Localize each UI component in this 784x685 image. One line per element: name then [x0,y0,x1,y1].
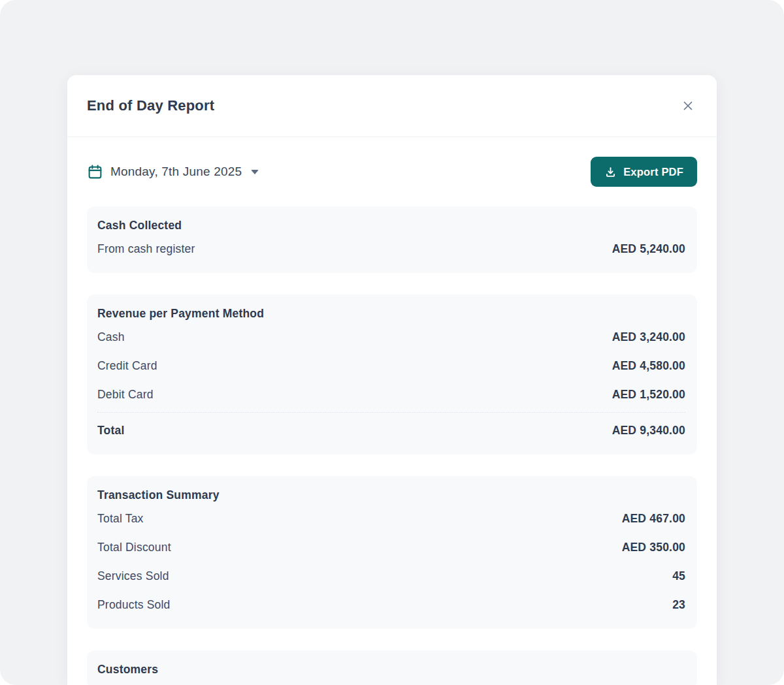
table-row: Total TaxAED 467.00 [97,504,685,533]
modal-header: End of Day Report [67,75,717,137]
table-row: Services Sold45 [97,562,685,590]
table-row: CashAED 3,240.00 [97,323,685,351]
caret-down-icon [251,170,259,174]
row-value: 23 [672,598,685,612]
row-label: Total Tax [97,512,144,526]
total-divider [97,412,685,413]
table-row: Total DiscountAED 350.00 [97,533,685,562]
total-label: Total [97,424,125,438]
row-value: AED 4,580.00 [612,359,685,373]
page-title: End of Day Report [87,97,214,114]
row-label: Cash [97,330,125,344]
section-title: Transaction Summary [97,486,685,504]
screen-background: End of Day Report [0,0,784,685]
section-title: Revenue per Payment Method [97,304,685,323]
toolbar: Monday, 7th June 2025 Export PDF [87,157,697,187]
export-pdf-button[interactable]: Export PDF [591,157,697,187]
row-label: Total Discount [97,541,171,554]
row-label: Credit Card [97,359,157,373]
date-label: Monday, 7th June 2025 [110,165,242,179]
download-icon [604,166,617,178]
row-label: From cash register [97,242,195,256]
report-section-card: Customers [87,650,697,685]
section-title: Customers [97,660,685,678]
row-value: 45 [672,569,685,583]
end-of-day-report-modal: End of Day Report [67,75,717,685]
close-icon [681,99,695,113]
section-title: Cash Collected [97,216,685,234]
row-value: AED 467.00 [622,512,685,526]
row-label: Services Sold [97,569,169,583]
calendar-icon [87,164,103,180]
row-label: Debit Card [97,388,154,402]
table-row: Debit CardAED 1,520.00 [97,380,685,409]
table-row: From cash registerAED 5,240.00 [97,234,685,263]
row-label: Products Sold [97,598,171,612]
table-row: Products Sold23 [97,590,685,619]
row-value: AED 3,240.00 [612,330,685,344]
row-value: AED 350.00 [622,541,685,554]
report-sections: Cash CollectedFrom cash registerAED 5,24… [87,206,697,685]
total-row: TotalAED 9,340.00 [97,416,685,445]
report-section-card: Transaction SummaryTotal TaxAED 467.00To… [87,476,697,629]
table-row: Credit CardAED 4,580.00 [97,351,685,380]
date-picker[interactable]: Monday, 7th June 2025 [87,164,259,180]
export-pdf-label: Export PDF [623,166,683,178]
row-value: AED 1,520.00 [612,388,685,402]
total-value: AED 9,340.00 [612,424,685,438]
report-section-card: Revenue per Payment MethodCashAED 3,240.… [87,295,697,454]
report-section-card: Cash CollectedFrom cash registerAED 5,24… [87,206,697,273]
modal-body: Monday, 7th June 2025 Export PDF Cash Co… [67,137,717,685]
close-button[interactable] [679,97,697,115]
row-value: AED 5,240.00 [612,242,685,256]
